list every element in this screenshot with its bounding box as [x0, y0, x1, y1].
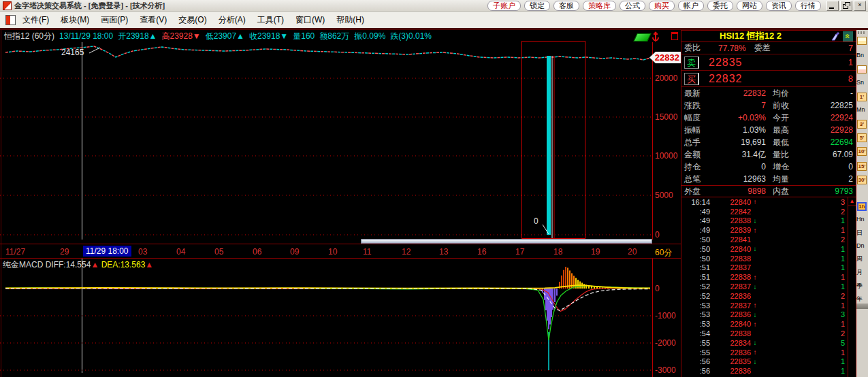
restore-button[interactable] — [840, 1, 852, 11]
period-button-1h[interactable]: 1h — [857, 202, 867, 211]
tick-volume: 5 — [759, 339, 845, 347]
stat-label: 均量 — [773, 174, 800, 185]
titlebar-button-子账户[interactable]: 子账户 — [487, 1, 521, 11]
strip-label-Hn[interactable]: Hn — [856, 216, 868, 223]
time-label-16: 16 — [477, 247, 486, 257]
stat-row-总笔: 总笔12963均量2 — [681, 173, 856, 185]
price-axis-label-10000: 10000 — [655, 151, 681, 161]
tick-price: 22834 — [720, 339, 751, 347]
chart-horizontal-scrollbar[interactable] — [361, 239, 652, 244]
titlebar-button-帐户[interactable]: 帐户 — [678, 1, 704, 11]
titlebar-button-锁定[interactable]: 锁定 — [524, 1, 550, 11]
time-axis: 11/272911/29 18:000304050609101112131617… — [0, 244, 681, 259]
up-arrow-icon: ↑ — [751, 348, 759, 356]
selection-rectangle — [521, 41, 585, 239]
info-segment-9: 跌(3)0.01% — [390, 31, 432, 41]
strip-label-周[interactable]: 周 — [856, 255, 868, 263]
strip-grip — [858, 31, 866, 34]
dea-up-arrow-icon: ▲ — [145, 260, 153, 269]
tick-price: 22836 — [720, 310, 751, 318]
stat-value: 22924 — [800, 113, 853, 122]
time-label-19: 19 — [591, 247, 600, 257]
menu-item-文件(F)[interactable]: 文件(F) — [22, 14, 49, 26]
stat-value: 2 — [800, 174, 853, 184]
ask-price: 22835 — [709, 56, 743, 69]
menu-item-画面(P)[interactable]: 画面(P) — [101, 14, 128, 26]
period-button-3'[interactable]: 3' — [857, 120, 867, 129]
strip-label-季[interactable]: 季 — [856, 282, 868, 291]
menu-item-帮助(H)[interactable]: 帮助(H) — [336, 14, 364, 26]
titlebar-button-客服[interactable]: 客服 — [553, 1, 579, 11]
tick-price: 22840 — [720, 245, 751, 253]
strip-label-Mn[interactable]: Mn — [856, 106, 868, 113]
macd-chart-canvas[interactable] — [0, 259, 652, 377]
period-button-10'[interactable]: 10' — [857, 147, 867, 156]
macd-diff-value: DIFF:14.554 — [46, 260, 91, 269]
titlebar-button-行情[interactable]: 行情 — [795, 1, 821, 11]
tick-time: :56 — [683, 357, 710, 365]
menu-item-查看(V)[interactable]: 查看(V) — [140, 14, 167, 26]
chart-window-icon — [671, 32, 678, 40]
weibi-row: 委比 77.78% 委差 7 — [681, 42, 856, 54]
scroll-up-icon[interactable]: ▲ — [848, 197, 856, 206]
stat-row-幅度: 幅度+0.03%今开22924 — [681, 112, 856, 124]
strip-label-Dn[interactable]: Dn — [856, 242, 868, 249]
menu-item-窗口(W)[interactable]: 窗口(W) — [295, 14, 325, 26]
strip-label-Sn[interactable]: Sn — [856, 79, 868, 86]
titlebar-button-公式[interactable]: 公式 — [620, 1, 645, 11]
tick-time: :51 — [683, 263, 710, 272]
minimize-button[interactable] — [826, 1, 839, 11]
tick-volume: 2 — [759, 208, 845, 216]
period-button-5'[interactable]: 5' — [857, 133, 867, 142]
buy-signal-icon[interactable] — [857, 37, 867, 45]
window-title: 金字塔决策交易系统 - [免费登录] - [技术分析] — [14, 1, 165, 11]
stat-label: 总笔 — [684, 174, 707, 185]
time-label-12: 12 — [402, 247, 411, 257]
tick-price: 22836 — [720, 367, 751, 375]
stat-row-外盘: 外盘9898内盘9793 — [681, 185, 856, 197]
sell-signal-icon[interactable] — [857, 65, 867, 73]
strip-label-年[interactable]: 年 — [856, 295, 868, 304]
titlebar-button-资讯[interactable]: 资讯 — [766, 1, 792, 11]
macd-axis-line — [652, 259, 653, 377]
strip-label-月[interactable]: 月 — [856, 268, 868, 277]
titlebar-button-委托[interactable]: 委托 — [707, 1, 733, 11]
menu-item-分析(A)[interactable]: 分析(A) — [219, 14, 246, 26]
up-arrow-icon: ↑ — [751, 301, 759, 309]
stat-value: 31.4亿 — [707, 149, 766, 161]
symbol-title: HSI12 恒指12 2 — [720, 30, 782, 42]
stat-value: +0.03% — [707, 113, 766, 122]
tick-row: 16:1422840↑3 — [681, 197, 856, 207]
titlebar-button-策略库[interactable]: 策略库 — [583, 1, 616, 11]
tick-volume: 1 — [759, 216, 845, 225]
stat-label: 涨跌 — [684, 100, 707, 112]
close-button[interactable]: × — [854, 1, 866, 11]
strip-scroll-thumb[interactable] — [856, 304, 868, 309]
menu-item-板块(M)[interactable]: 板块(M) — [61, 14, 89, 26]
period-button-1'[interactable]: 1' — [857, 93, 867, 101]
trading-app-window: 金字塔决策交易系统 - [免费登录] - [技术分析] 子账户锁定客服策略库公式… — [0, 0, 868, 377]
strip-label-Bn[interactable]: Bn — [856, 52, 868, 59]
menu-item-交易(O)[interactable]: 交易(O) — [178, 14, 206, 26]
menu-item-工具(T)[interactable]: 工具(T) — [257, 14, 284, 26]
tick-row: :51228371 — [681, 263, 856, 273]
period-button-15'[interactable]: 15' — [857, 162, 867, 171]
titlebar-button-网站[interactable]: 网站 — [737, 1, 762, 11]
collapse-panel-button[interactable]: « — [843, 31, 853, 42]
tick-scrollbar[interactable]: ▲ — [848, 197, 856, 377]
down-arrow-icon: ↓ — [751, 283, 759, 291]
strip-label-日[interactable]: 日 — [856, 229, 868, 237]
time-label-13: 13 — [439, 247, 448, 257]
titlebar-button-购买[interactable]: 购买 — [649, 1, 675, 11]
down-arrow-icon: ↓ — [751, 358, 759, 365]
price-axis-label-5000: 5000 — [655, 191, 681, 200]
period-button-30'[interactable]: 30' — [857, 176, 867, 184]
macd-header: 纯金MACD DIFF:14.554▲ DEA:13.563▲ — [3, 259, 153, 271]
period-tool-strip: BnSn1'Mn3'5'10'15'30'1hHn日Dn周月季年 — [856, 30, 868, 377]
time-label-29: 29 — [60, 247, 69, 257]
stat-value: 1.03% — [707, 125, 766, 135]
last-price-badge: 22832 — [649, 52, 681, 63]
document-icon — [5, 15, 16, 25]
period-label[interactable]: 60分 — [655, 247, 672, 259]
tick-row: :4922838↓1 — [681, 216, 856, 226]
